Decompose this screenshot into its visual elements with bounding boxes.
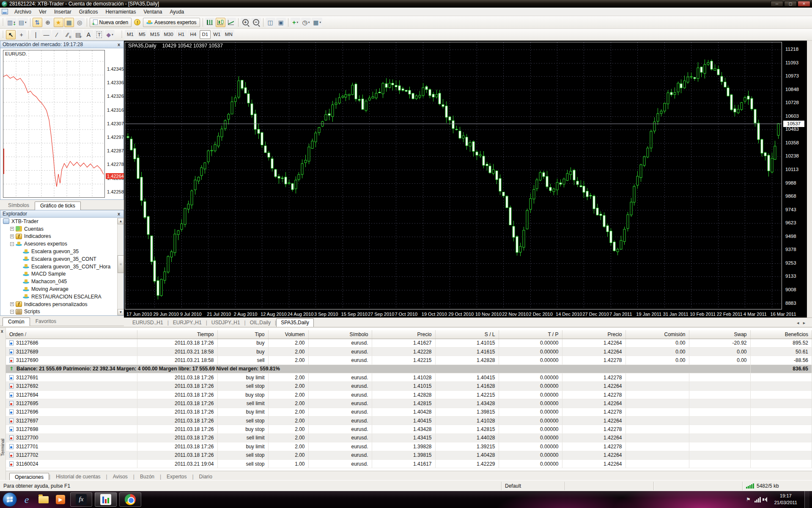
order-row-31127701[interactable]: 311277012011.03.18 17:26buy limit2.00eur… [6,442,812,451]
timeframe-m30[interactable]: M30 [162,30,175,39]
expert-advisors-button[interactable]: Asesores expertos [143,18,200,27]
crosshair-button[interactable]: + [16,30,26,39]
order-row-31127700[interactable]: 311277002011.03.18 17:26sell limit2.00eu… [6,433,812,442]
tree-item-xtb-trader[interactable]: XTB-Trader [0,218,123,225]
new-chart-button[interactable]: ▥+▾ [6,18,16,27]
order-row-31127695[interactable]: 311276952011.03.18 17:26sell limit2.00eu… [6,399,812,408]
tree-expander-icon[interactable]: + [10,227,14,231]
menu-herramientas[interactable]: Herramientas [102,8,140,16]
status-profile-cell[interactable]: Default [501,482,565,490]
column-header-s-l[interactable]: S / L [435,330,499,339]
tree-item-macd-sample[interactable]: MACD Sample [0,271,123,278]
taskbar-metatrader-app[interactable] [95,492,117,507]
chart-bars-button[interactable] [205,18,215,27]
restore-button[interactable]: ▢ [784,1,797,7]
taskbar-ie-icon[interactable]: e [19,492,34,507]
navigator-button[interactable]: ★ [54,18,63,27]
text-button[interactable]: A [84,30,93,39]
column-header-precio[interactable]: Precio [562,330,625,339]
show-desktop-button[interactable] [804,491,809,508]
column-header-volumen[interactable]: Volumen [268,330,308,339]
tile-windows-button[interactable]: ◫ [266,18,275,27]
order-row-31127691[interactable]: 311276912011.03.18 17:26buy limit2.00eur… [6,373,812,382]
balance-row[interactable]: ⇑Balance: 21 555.69 Patrimonio: 22 392.3… [6,364,812,373]
taskbar-clock[interactable]: 19:17 21/03/2011 [771,493,801,506]
arrows-button[interactable]: ◆▾ [105,30,115,39]
taskbar-fx-app[interactable]: fx [70,492,92,507]
chart-tab-eurjpy-h1[interactable]: EURJPY.,H1 [169,319,206,327]
vertical-line-button[interactable]: | [31,30,41,39]
terminal-tab-buzon[interactable]: Buzón [134,472,160,481]
tree-item-escalera-guevon-35-cont[interactable]: Escalera guevon_35_CONT [0,255,123,263]
menu-ver[interactable]: Ver [35,8,50,16]
alert-icon[interactable]: ! [134,19,140,25]
label-button[interactable]: T [94,30,104,39]
menu-graficos[interactable]: Gráficos [75,8,102,16]
tree-item-indicadores-personalizados[interactable]: +fIndicadores personalizados [0,301,123,308]
tick-chart-area[interactable]: EURUSD. 1.423451.423361.423261.423161.42… [0,48,124,200]
timeframe-h1[interactable]: H1 [176,30,187,39]
order-row-31127694[interactable]: 311276942011.03.18 17:26buy stop2.00euru… [6,390,812,399]
chart-plot[interactable] [125,42,782,309]
tree-item-indicadores[interactable]: +fIndicadores [0,233,123,240]
tree-item-moving-average[interactable]: Moving Average [0,285,123,293]
horizontal-line-button[interactable]: — [41,30,51,39]
column-header-tipo[interactable]: Tipo [217,330,268,339]
periods-button[interactable]: ◷▾ [301,18,311,27]
timeframe-m15[interactable]: M15 [148,30,161,39]
tree-item-scripts[interactable]: −Scripts [0,308,123,316]
chart-line-button[interactable] [226,18,236,27]
tree-expander-icon[interactable]: + [10,235,14,238]
navigator-tab-comun[interactable]: Común [3,318,30,326]
cursor-button[interactable]: ↖ [6,30,16,39]
terminal-tab-avisos[interactable]: Avisos [107,472,133,481]
tree-expander-icon[interactable]: + [10,302,14,306]
new-order-button[interactable]: Nueva orden [90,18,132,27]
order-row-31127697[interactable]: 311276972011.03.18 17:26sell stop2.00eur… [6,417,812,425]
zoom-in-button[interactable]: + [241,18,250,27]
order-row-31127702[interactable]: 311277022011.03.18 17:26sell stop2.00eur… [6,451,812,459]
column-header-simbolo[interactable]: Símbolo [308,330,372,339]
data-window-button[interactable]: ⊕ [43,18,53,27]
tabs-scroll-left-icon[interactable]: ◄ [796,321,800,325]
templates-button[interactable]: ▦▾ [312,18,322,27]
toolbar-grip-2[interactable] [2,31,4,39]
strategy-tester-button[interactable]: ◎ [75,18,85,27]
chart-tab-eurusd-h1[interactable]: EURUSD.,H1 [128,319,167,327]
timeframe-d1[interactable]: D1 [200,30,211,39]
menu-archivo[interactable]: Archivo [11,8,35,16]
minimize-button[interactable]: ─ [771,1,783,7]
tree-expander-icon[interactable]: − [10,242,14,246]
timeframe-m5[interactable]: M5 [137,30,148,39]
column-header-tiempo[interactable]: Tiempo [137,330,217,339]
column-header-swap[interactable]: Swap [689,330,750,339]
market-watch-button[interactable]: ⇅ [33,18,42,27]
market-watch-tab-simbolos[interactable]: Símbolos [3,201,35,210]
fibonacci-button[interactable]: ▤F [73,30,83,39]
order-row-31127686[interactable]: 311276862011.03.18 17:26buy2.00eurusd.1.… [6,339,812,347]
terminal-button[interactable]: ▦ [64,18,74,27]
taskbar-media-icon[interactable]: ▶ [53,492,68,507]
start-button[interactable] [3,492,17,507]
zoom-out-button[interactable]: − [251,18,261,27]
profiles-button[interactable]: ▤▾ [17,18,28,27]
scroll-up-icon[interactable]: ▲ [118,218,124,224]
timeframe-h4[interactable]: H4 [188,30,199,39]
tray-flag-icon[interactable]: ⚑ [746,497,751,502]
chart-tab-oil-daily[interactable]: OIL,Daily [246,319,275,327]
navigator-scrollbar[interactable]: ▲ ▼ [117,218,123,315]
menu-ventana[interactable]: Ventana [140,8,166,16]
scrollbar-thumb[interactable] [118,255,124,273]
order-row-31127692[interactable]: 311276922011.03.18 17:26sell stop2.00eur… [6,382,812,390]
tray-network-icon[interactable] [754,497,761,502]
tree-item-escalera-guevon-35[interactable]: Escalera guevon_35 [0,248,123,255]
timeframe-mn[interactable]: MN [223,30,234,39]
order-row-31127698[interactable]: 311276982011.03.18 17:26buy stop2.00euru… [6,425,812,433]
navigator-tab-favoritos[interactable]: Favoritos [30,317,62,326]
order-row-31127689[interactable]: 311276892011.03.21 18:58buy2.00eurusd.1.… [6,347,812,356]
tree-item-restauracion-escalera[interactable]: RESTAURACION ESCALERA [0,293,123,301]
market-watch-tab-grafico-de-ticks[interactable]: Gráfico de ticks [35,202,81,210]
tree-expander-icon[interactable]: − [10,310,14,314]
cascade-windows-button[interactable]: ▣ [276,18,286,27]
channel-button[interactable]: ∕∕E [63,30,72,39]
